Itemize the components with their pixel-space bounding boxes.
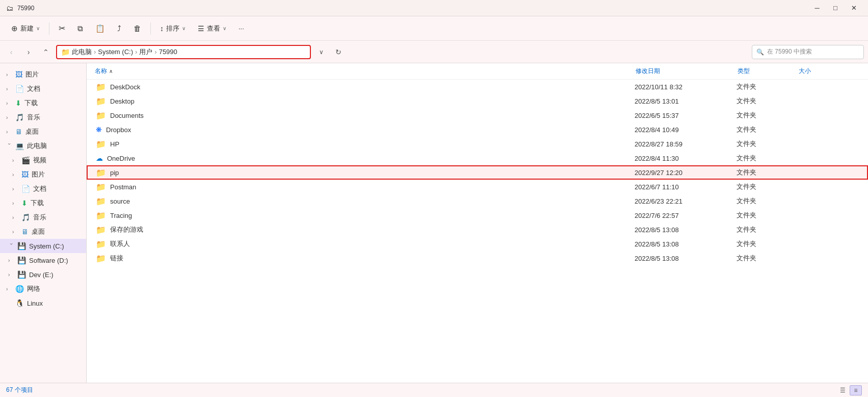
view-detail-button[interactable]: ≡ [850, 385, 862, 395]
chevron-down-icon: › [7, 143, 12, 149]
paste-icon: 📋 [95, 24, 105, 33]
file-date-cell: 2022/10/11 8:32 [635, 83, 737, 91]
folder-icon: 📁 [96, 168, 106, 178]
sidebar-item-softd[interactable]: › 💾 Software (D:) [0, 253, 86, 267]
title-bar: 🗂 75990 ─ □ ✕ [0, 0, 868, 16]
sidebar-item-linux[interactable]: › 🐧 Linux [0, 296, 86, 310]
col-header-name[interactable]: 名称 ∧ [95, 65, 636, 78]
table-row[interactable]: 📁 DeskDock 2022/10/11 8:32 文件夹 [87, 80, 868, 94]
table-row[interactable]: ❋ Dropbox 2022/8/4 10:49 文件夹 [87, 122, 868, 137]
cut-button[interactable]: ✂ [54, 19, 70, 38]
table-row[interactable]: 📁 链接 2022/8/5 13:08 文件夹 [87, 251, 868, 265]
file-date-cell: 2022/8/5 13:01 [635, 97, 737, 105]
search-box[interactable]: 🔍 在 75990 中搜索 [752, 45, 864, 59]
file-name-cell: 📁 联系人 [96, 239, 635, 249]
sidebar-item-systemc[interactable]: › 💾 System (C:) [0, 239, 86, 253]
table-row[interactable]: 📁 Tracing 2022/7/6 22:57 文件夹 [87, 208, 868, 222]
file-name-text: DeskDock [110, 83, 140, 91]
copy-button[interactable]: ⧉ [72, 19, 88, 38]
file-date-cell: 2022/6/7 11:10 [635, 183, 737, 191]
file-type-cell: 文件夹 [737, 96, 798, 106]
more-button[interactable]: ··· [233, 19, 249, 38]
sidebar-item-music[interactable]: › 🎵 音乐 [0, 110, 86, 125]
sidebar-item-doc2[interactable]: › 📄 文档 [0, 182, 86, 196]
share-button[interactable]: ⤴ [112, 19, 126, 38]
video-icon: 🎬 [21, 156, 30, 164]
file-name-text: Postman [110, 183, 136, 191]
sort-button[interactable]: ↕ 排序 ∨ [155, 19, 191, 38]
sidebar-item-thispc[interactable]: › 💻 此电脑 [0, 139, 86, 153]
sidebar-item-pic2[interactable]: › 🖼 图片 [0, 167, 86, 182]
file-name-text: 链接 [110, 254, 123, 263]
file-name-text: Tracing [110, 212, 132, 219]
file-name-cell: 📁 保存的游戏 [96, 225, 635, 235]
col-header-size[interactable]: 大小 [799, 65, 860, 78]
sidebar-item-desktop[interactable]: › 🖥 桌面 [0, 125, 86, 139]
sidebar-item-label: Software (D:) [29, 257, 68, 264]
sort-icon: ↕ [160, 24, 164, 33]
col-header-type[interactable]: 类型 [738, 65, 799, 78]
file-name-text: HP [110, 140, 119, 148]
up-button[interactable]: ⌃ [39, 45, 53, 59]
col-header-date[interactable]: 修改日期 [636, 65, 738, 78]
music2-icon: 🎵 [21, 213, 30, 221]
toolbar-divider-1 [49, 22, 49, 35]
chevron-right-icon: › [6, 101, 12, 106]
sidebar-item-music2[interactable]: › 🎵 音乐 [0, 210, 86, 225]
file-list: 名称 ∧ 修改日期 类型 大小 📁 DeskDock 2022/10/11 8:… [87, 63, 868, 383]
maximize-button[interactable]: □ [827, 3, 844, 14]
refresh-button[interactable]: ↻ [331, 45, 346, 59]
table-row[interactable]: 📁 Documents 2022/6/5 15:37 文件夹 [87, 108, 868, 122]
sidebar-item-label: 音乐 [27, 113, 40, 122]
sidebar-item-downloads[interactable]: › ⬇ 下载 [0, 96, 86, 110]
sidebar-item-label: 音乐 [33, 213, 46, 222]
table-row[interactable]: ☁ OneDrive 2022/8/4 11:30 文件夹 [87, 151, 868, 165]
view-label: 查看 [207, 24, 220, 33]
file-name-cell: 📁 HP [96, 139, 635, 149]
view-icon: ☰ [198, 24, 204, 33]
pictures-icon: 🖼 [15, 70, 22, 79]
back-button[interactable]: ‹ [4, 45, 18, 59]
table-row[interactable]: 📁 source 2022/6/23 22:21 文件夹 [87, 194, 868, 208]
table-row[interactable]: 📁 Desktop 2022/8/5 13:01 文件夹 [87, 94, 868, 108]
table-row[interactable]: 📁 HP 2022/8/27 18:59 文件夹 [87, 137, 868, 151]
folder-icon: 📁 [96, 111, 106, 120]
file-type-cell: 文件夹 [737, 225, 798, 234]
chevron-right-icon: › [12, 186, 18, 192]
view-list-button[interactable]: ☰ [836, 385, 849, 395]
sidebar-item-pictures[interactable]: › 🖼 图片 [0, 67, 86, 82]
file-name-cell: 📁 pip [96, 168, 635, 178]
sidebar-item-label: 下载 [31, 198, 44, 208]
paste-button[interactable]: 📋 [90, 19, 110, 38]
minimize-button[interactable]: ─ [809, 3, 825, 14]
forward-button[interactable]: › [21, 45, 36, 59]
path-folder-icon: 📁 [61, 48, 70, 56]
folder-icon: 📁 [96, 211, 106, 220]
table-row[interactable]: 📁 联系人 2022/8/5 13:08 文件夹 [87, 237, 868, 251]
table-row[interactable]: 📁 Postman 2022/6/7 11:10 文件夹 [87, 180, 868, 194]
path-segment-1: System (C:) [98, 48, 133, 56]
view-button[interactable]: ☰ 查看 ∨ [193, 19, 231, 38]
sidebar-item-video2[interactable]: › 🎬 视频 [0, 153, 86, 167]
file-type-cell: 文件夹 [737, 196, 798, 206]
file-name-text: Desktop [110, 97, 135, 105]
sidebar-item-label: 文档 [33, 184, 46, 193]
table-row[interactable]: 📁 pip 2022/9/27 12:20 文件夹 [87, 165, 868, 180]
downloads-icon: ⬇ [15, 99, 21, 107]
folder-icon: 📁 [96, 139, 106, 149]
address-path[interactable]: 📁 此电脑 › System (C:) › 用户 › 75990 [56, 45, 311, 59]
close-button[interactable]: ✕ [846, 3, 862, 14]
file-name-cell: ❋ Dropbox [96, 126, 635, 134]
new-label: 新建 [20, 24, 34, 33]
path-dropdown-button[interactable]: ∨ [314, 45, 328, 59]
sidebar-item-dl2[interactable]: › ⬇ 下载 [0, 196, 86, 210]
table-row[interactable]: 📁 保存的游戏 2022/8/5 13:08 文件夹 [87, 222, 868, 237]
thispc-icon: 💻 [15, 142, 24, 150]
status-right: ☰ ≡ [836, 385, 862, 395]
sidebar-item-documents[interactable]: › 📄 文档 [0, 82, 86, 96]
sidebar-item-desk2[interactable]: › 🖥 桌面 [0, 225, 86, 239]
new-button[interactable]: ⊕ 新建 ∨ [6, 19, 45, 38]
sidebar-item-network[interactable]: › 🌐 网络 [0, 282, 86, 296]
delete-button[interactable]: 🗑 [128, 19, 146, 38]
sidebar-item-deve[interactable]: › 💾 Dev (E:) [0, 267, 86, 282]
